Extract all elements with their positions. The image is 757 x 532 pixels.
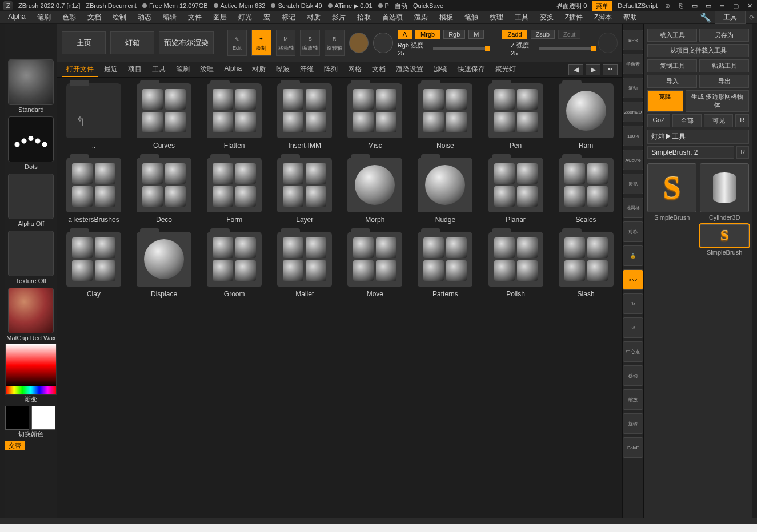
- swatch-black[interactable]: [5, 406, 29, 430]
- tab-阵列[interactable]: 阵列: [319, 63, 342, 77]
- make-polymesh-button[interactable]: 生成 多边形网格物体: [686, 90, 749, 112]
- prev-button[interactable]: ◀: [568, 64, 583, 75]
- menu-首选项[interactable]: 首选项: [377, 11, 408, 23]
- tab-工具[interactable]: 工具: [147, 63, 170, 77]
- rstrip-6[interactable]: 透视: [623, 174, 643, 194]
- rstrip-0[interactable]: BPR: [623, 30, 643, 50]
- menu-笔触[interactable]: 笔触: [459, 11, 484, 23]
- menu-灯光[interactable]: 灯光: [233, 11, 258, 23]
- menu-变换[interactable]: 变换: [534, 11, 559, 23]
- menu-动态[interactable]: 动态: [132, 11, 157, 23]
- menu-影片[interactable]: 影片: [326, 11, 351, 23]
- menu-材质[interactable]: 材质: [301, 11, 326, 23]
- texture-thumb[interactable]: [8, 231, 54, 276]
- quicksave-button[interactable]: QuickSave: [413, 2, 443, 9]
- sculptris-button[interactable]: [349, 33, 369, 53]
- clone-button[interactable]: 克隆: [647, 90, 683, 112]
- menu-宏[interactable]: 宏: [258, 11, 276, 23]
- tab-渲染设置[interactable]: 渲染设置: [391, 63, 428, 77]
- zcut-chip[interactable]: Zcut: [558, 30, 580, 39]
- rstrip-2[interactable]: 滚动: [623, 78, 643, 98]
- home-button[interactable]: 主页: [62, 31, 106, 54]
- menu-笔刷[interactable]: 笔刷: [31, 11, 57, 23]
- swatch-white[interactable]: [31, 406, 55, 430]
- material-thumb[interactable]: [8, 288, 54, 333]
- menu-图层[interactable]: 图层: [207, 11, 233, 23]
- menu-Z插件[interactable]: Z插件: [559, 11, 588, 23]
- close-icon[interactable]: ✕: [746, 2, 754, 10]
- folder-Planar[interactable]: Planar: [485, 158, 546, 224]
- rotate-mode-button[interactable]: R旋转轴: [325, 30, 345, 56]
- color-slot[interactable]: 渐变: [5, 344, 57, 404]
- mrgb-chip[interactable]: Mrgb: [415, 30, 440, 39]
- folder-Ram[interactable]: Ram: [555, 83, 616, 150]
- minimize-icon[interactable]: ━: [718, 2, 726, 10]
- folder-Morph[interactable]: Morph: [345, 158, 406, 224]
- menu-拾取[interactable]: 拾取: [351, 11, 377, 23]
- rstrip-14[interactable]: 移动: [623, 365, 643, 386]
- m-chip[interactable]: M: [468, 30, 484, 39]
- import-button[interactable]: 导入: [647, 75, 697, 88]
- scale-mode-button[interactable]: S缩放轴: [300, 30, 320, 56]
- menu-编辑[interactable]: 编辑: [157, 11, 182, 23]
- menu-toggle-button[interactable]: 菜单: [592, 1, 612, 11]
- rstrip-11[interactable]: ↻: [623, 293, 643, 314]
- folder-Slash[interactable]: Slash: [555, 232, 616, 298]
- extra-circle-button[interactable]: [598, 33, 618, 53]
- preview-button[interactable]: 预览布尔渲染: [159, 31, 214, 54]
- rstrip-5[interactable]: AC50%: [623, 150, 643, 170]
- folder-Clay[interactable]: Clay: [63, 232, 124, 298]
- rstrip-16[interactable]: 旋转: [623, 413, 643, 434]
- load-tool-button[interactable]: 载入工具: [647, 29, 697, 42]
- goz-visible-button[interactable]: 可见: [704, 114, 733, 127]
- zsub-chip[interactable]: Zsub: [531, 30, 555, 39]
- rstrip-15[interactable]: 缩放: [623, 389, 643, 410]
- zadd-chip[interactable]: Zadd: [502, 30, 527, 39]
- tab-纹理[interactable]: 纹理: [195, 63, 218, 77]
- menu-纹理[interactable]: 纹理: [484, 11, 509, 23]
- copy-tool-button[interactable]: 复制工具: [647, 59, 697, 72]
- export-button[interactable]: 导出: [699, 75, 749, 88]
- play-button[interactable]: ▶: [586, 64, 600, 75]
- default-zscript[interactable]: DefaultZScript: [618, 2, 658, 9]
- folder-Noise[interactable]: Noise: [415, 83, 476, 150]
- dock2-icon[interactable]: ▭: [704, 2, 712, 10]
- menu-帮助[interactable]: 帮助: [618, 11, 643, 23]
- alternate-button[interactable]: 交替: [5, 441, 25, 450]
- r-button[interactable]: R: [736, 146, 749, 159]
- menu-文件[interactable]: 文件: [182, 11, 207, 23]
- folder-Nudge[interactable]: Nudge: [415, 158, 476, 224]
- menu-文档[interactable]: 文档: [82, 11, 107, 23]
- folder-Curves[interactable]: Curves: [134, 83, 195, 150]
- folder-aTestersBrushes[interactable]: aTestersBrushes: [63, 158, 124, 224]
- rstrip-3[interactable]: Zoom2D: [623, 102, 643, 122]
- tab-滤镜[interactable]: 滤镜: [429, 63, 452, 77]
- alpha-thumb[interactable]: [8, 174, 54, 219]
- wrench-icon[interactable]: 🔧: [700, 12, 711, 23]
- menu-Z脚本[interactable]: Z脚本: [588, 11, 618, 23]
- menu-绘制[interactable]: 绘制: [107, 11, 132, 23]
- menu-标记[interactable]: 标记: [276, 11, 301, 23]
- layout2-icon[interactable]: ⎘: [677, 2, 685, 10]
- rstrip-10[interactable]: XYZ: [623, 269, 643, 290]
- stroke-slot[interactable]: Dots: [5, 115, 57, 170]
- tab-项目[interactable]: 项目: [123, 63, 146, 77]
- rstrip-13[interactable]: 中心点: [623, 341, 643, 362]
- rgb-chip[interactable]: Rgb: [443, 30, 465, 39]
- current-tool-label[interactable]: SimpleBrush. 2: [647, 146, 734, 159]
- paste-tool-button[interactable]: 粘贴工具: [699, 59, 749, 72]
- rstrip-9[interactable]: 🔒: [623, 245, 643, 266]
- tab-纤维[interactable]: 纤维: [295, 63, 318, 77]
- a-chip[interactable]: A: [398, 30, 412, 39]
- goz-r-button[interactable]: R: [735, 114, 749, 127]
- folder-Groom[interactable]: Groom: [204, 232, 265, 298]
- tool-simplebrush[interactable]: S: [647, 163, 696, 212]
- tab-聚光灯[interactable]: 聚光灯: [491, 63, 520, 77]
- lightbox-tools-header[interactable]: 灯箱▶工具: [647, 130, 749, 144]
- import-project-button[interactable]: 从项目文件载入工具: [647, 44, 749, 57]
- material-slot[interactable]: MatCap Red Wax: [5, 287, 57, 341]
- tab-网格[interactable]: 网格: [343, 63, 366, 77]
- rstrip-8[interactable]: 对称: [623, 221, 643, 242]
- move-mode-button[interactable]: M移动轴: [276, 30, 296, 56]
- folder-Mallet[interactable]: Mallet: [274, 232, 335, 298]
